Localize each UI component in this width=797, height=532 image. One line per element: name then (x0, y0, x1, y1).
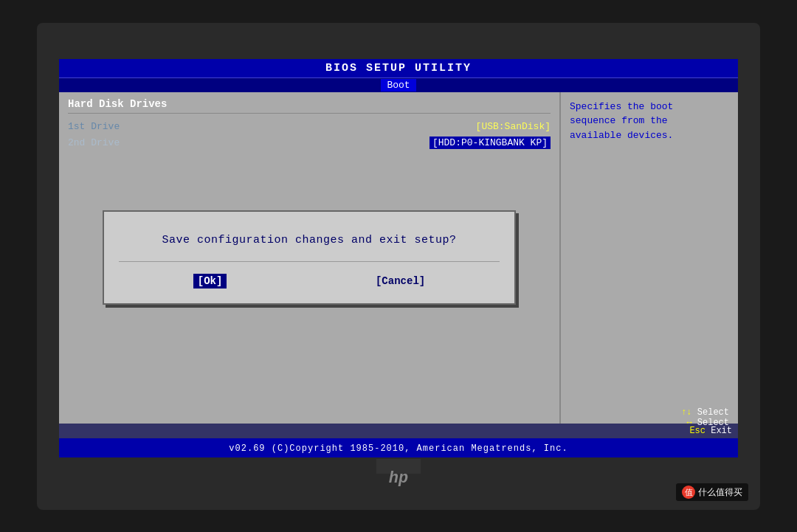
ok-button[interactable]: [Ok] (193, 274, 227, 289)
nav-select-2: ↔ Select (681, 418, 729, 428)
screen: BIOS SETUP UTILITY Boot Hard Disk Drives… (59, 59, 738, 457)
help-text: Specifies the bootsequence from theavail… (570, 100, 729, 143)
arrow-updown-icon: ↑↓ (681, 407, 691, 418)
hp-logo: hp (389, 469, 408, 488)
nav-select-1: ↑↓ Select (681, 407, 729, 418)
copyright-text: v02.69 (C)Copyright 1985-2010, American … (229, 443, 567, 454)
drive-row-2[interactable]: 2nd Drive [HDD:P0-KINGBANK KP] (68, 137, 551, 149)
dialog-message: Save configuration changes and exit setu… (119, 234, 500, 246)
copyright-bar: v02.69 (C)Copyright 1985-2010, American … (59, 438, 738, 457)
nav-select-label-1: Select (697, 407, 729, 418)
monitor-outer: BIOS SETUP UTILITY Boot Hard Disk Drives… (37, 23, 760, 510)
main-content: Hard Disk Drives 1st Drive [USB:SanDisk]… (59, 92, 738, 424)
drive-1-label: 1st Drive (68, 121, 120, 132)
dialog-separator (119, 261, 500, 262)
dialog-buttons: [Ok] [Cancel] (119, 274, 500, 289)
drive-row-1[interactable]: 1st Drive [USB:SanDisk] (68, 121, 551, 132)
left-panel: Hard Disk Drives 1st Drive [USB:SanDisk]… (59, 92, 561, 424)
title-bar: BIOS SETUP UTILITY (59, 59, 738, 77)
arrow-lr-icon: ↔ (686, 418, 691, 428)
boot-subtitle: Boot (381, 79, 415, 91)
drive-1-value: [USB:SanDisk] (476, 121, 551, 132)
watermark: 值什么值得买 (676, 483, 748, 501)
section-title: Hard Disk Drives (68, 98, 551, 110)
separator (68, 113, 551, 114)
right-panel: Specifies the bootsequence from theavail… (561, 92, 738, 424)
drive-2-value: [HDD:P0-KINGBANK KP] (429, 137, 551, 149)
drive-2-label: 2nd Drive (68, 137, 120, 148)
subtitle-bar: Boot (59, 77, 738, 92)
bios-title: BIOS SETUP UTILITY (59, 62, 738, 75)
watermark-icon: 值 (682, 486, 695, 499)
cancel-button[interactable]: [Cancel] (376, 275, 425, 287)
dialog-box: Save configuration changes and exit setu… (103, 210, 516, 305)
nav-select-label-2: Select (697, 418, 729, 428)
nav-bar: Esc Exit (59, 424, 738, 438)
watermark-text: 什么值得买 (698, 487, 742, 497)
